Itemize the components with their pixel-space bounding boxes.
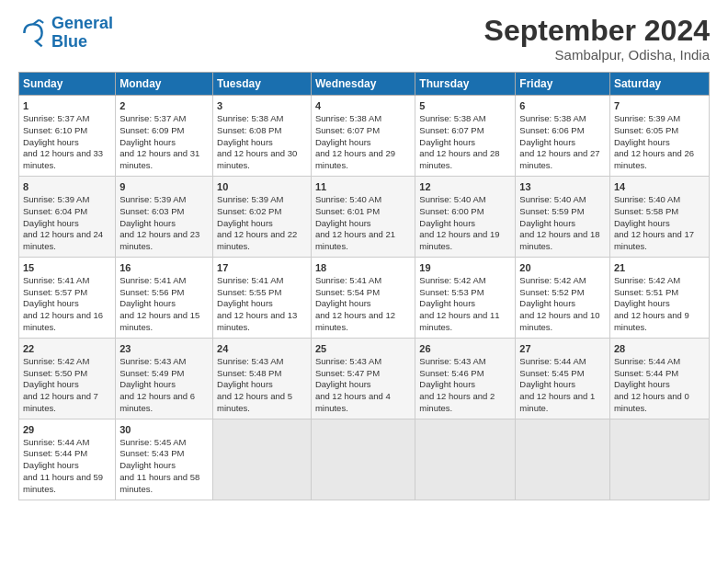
col-tuesday: Tuesday [213,73,312,96]
col-saturday: Saturday [609,73,709,96]
day-number: 1 [23,99,111,113]
day-number: 13 [519,180,606,194]
table-cell: 17Sunrise: 5:41 AMSunset: 5:55 PMDayligh… [213,258,312,339]
table-cell: 1Sunrise: 5:37 AMSunset: 6:10 PMDaylight… [19,96,116,177]
day-number: 5 [419,99,511,113]
day-number: 16 [119,261,209,275]
table-cell: 26Sunrise: 5:43 AMSunset: 5:46 PMDayligh… [415,338,516,419]
logo: General Blue [18,15,113,52]
table-cell [516,419,610,500]
table-cell [213,419,312,500]
day-number: 25 [315,342,411,356]
table-cell: 4Sunrise: 5:38 AMSunset: 6:07 PMDaylight… [311,96,415,177]
table-row: 1Sunrise: 5:37 AMSunset: 6:10 PMDaylight… [19,96,710,177]
table-cell: 11Sunrise: 5:40 AMSunset: 6:01 PMDayligh… [311,177,415,258]
day-number: 14 [614,180,705,194]
table-cell: 15Sunrise: 5:41 AMSunset: 5:57 PMDayligh… [19,258,116,339]
table-row: 29Sunrise: 5:44 AMSunset: 5:44 PMDayligh… [19,419,710,500]
table-cell: 29Sunrise: 5:44 AMSunset: 5:44 PMDayligh… [19,419,116,500]
table-cell: 19Sunrise: 5:42 AMSunset: 5:53 PMDayligh… [415,258,516,339]
table-cell: 9Sunrise: 5:39 AMSunset: 6:03 PMDaylight… [116,177,213,258]
table-cell: 13Sunrise: 5:40 AMSunset: 5:59 PMDayligh… [516,177,610,258]
day-number: 2 [119,99,209,113]
table-row: 8Sunrise: 5:39 AMSunset: 6:04 PMDaylight… [19,177,710,258]
page: General Blue September 2024 Sambalpur, O… [0,0,728,563]
table-cell: 27Sunrise: 5:44 AMSunset: 5:45 PMDayligh… [516,338,610,419]
table-cell: 23Sunrise: 5:43 AMSunset: 5:49 PMDayligh… [116,338,213,419]
day-number: 20 [519,261,606,275]
table-cell [311,419,415,500]
calendar-table: Sunday Monday Tuesday Wednesday Thursday… [18,72,710,500]
table-row: 15Sunrise: 5:41 AMSunset: 5:57 PMDayligh… [19,258,710,339]
col-sunday: Sunday [19,73,116,96]
table-cell: 8Sunrise: 5:39 AMSunset: 6:04 PMDaylight… [19,177,116,258]
table-cell: 10Sunrise: 5:39 AMSunset: 6:02 PMDayligh… [213,177,312,258]
table-cell: 18Sunrise: 5:41 AMSunset: 5:54 PMDayligh… [311,258,415,339]
table-cell: 3Sunrise: 5:38 AMSunset: 6:08 PMDaylight… [213,96,312,177]
table-row: 22Sunrise: 5:42 AMSunset: 5:50 PMDayligh… [19,338,710,419]
subtitle: Sambalpur, Odisha, India [484,47,710,63]
table-cell: 6Sunrise: 5:38 AMSunset: 6:06 PMDaylight… [516,96,610,177]
col-thursday: Thursday [415,73,516,96]
col-monday: Monday [116,73,213,96]
day-number: 6 [519,99,606,113]
table-cell: 28Sunrise: 5:44 AMSunset: 5:44 PMDayligh… [609,338,709,419]
table-cell: 16Sunrise: 5:41 AMSunset: 5:56 PMDayligh… [116,258,213,339]
day-number: 12 [419,180,511,194]
day-number: 15 [23,261,111,275]
day-number: 9 [119,180,209,194]
day-number: 26 [419,342,511,356]
table-cell: 22Sunrise: 5:42 AMSunset: 5:50 PMDayligh… [19,338,116,419]
day-number: 27 [519,342,606,356]
day-number: 24 [217,342,307,356]
day-number: 18 [315,261,411,275]
main-title: September 2024 [484,15,710,47]
logo-text: General Blue [51,15,113,52]
logo-icon [18,18,48,48]
day-number: 28 [614,342,705,356]
table-cell: 7Sunrise: 5:39 AMSunset: 6:05 PMDaylight… [609,96,709,177]
day-number: 19 [419,261,511,275]
header: General Blue September 2024 Sambalpur, O… [18,15,710,63]
col-friday: Friday [516,73,610,96]
title-block: September 2024 Sambalpur, Odisha, India [484,15,710,63]
table-cell: 25Sunrise: 5:43 AMSunset: 5:47 PMDayligh… [311,338,415,419]
day-number: 17 [217,261,307,275]
table-cell: 20Sunrise: 5:42 AMSunset: 5:52 PMDayligh… [516,258,610,339]
day-number: 21 [614,261,705,275]
day-number: 4 [315,99,411,113]
day-number: 11 [315,180,411,194]
day-number: 7 [614,99,705,113]
table-cell: 14Sunrise: 5:40 AMSunset: 5:58 PMDayligh… [609,177,709,258]
day-number: 23 [119,342,209,356]
table-cell: 2Sunrise: 5:37 AMSunset: 6:09 PMDaylight… [116,96,213,177]
header-row: Sunday Monday Tuesday Wednesday Thursday… [19,73,710,96]
table-cell: 24Sunrise: 5:43 AMSunset: 5:48 PMDayligh… [213,338,312,419]
day-number: 29 [23,423,111,437]
col-wednesday: Wednesday [311,73,415,96]
table-cell: 5Sunrise: 5:38 AMSunset: 6:07 PMDaylight… [415,96,516,177]
table-cell: 30Sunrise: 5:45 AMSunset: 5:43 PMDayligh… [116,419,213,500]
day-number: 22 [23,342,111,356]
table-cell [415,419,516,500]
table-cell: 21Sunrise: 5:42 AMSunset: 5:51 PMDayligh… [609,258,709,339]
table-cell: 12Sunrise: 5:40 AMSunset: 6:00 PMDayligh… [415,177,516,258]
table-cell [609,419,709,500]
day-number: 10 [217,180,307,194]
day-number: 8 [23,180,111,194]
day-number: 30 [119,423,209,437]
day-number: 3 [217,99,307,113]
